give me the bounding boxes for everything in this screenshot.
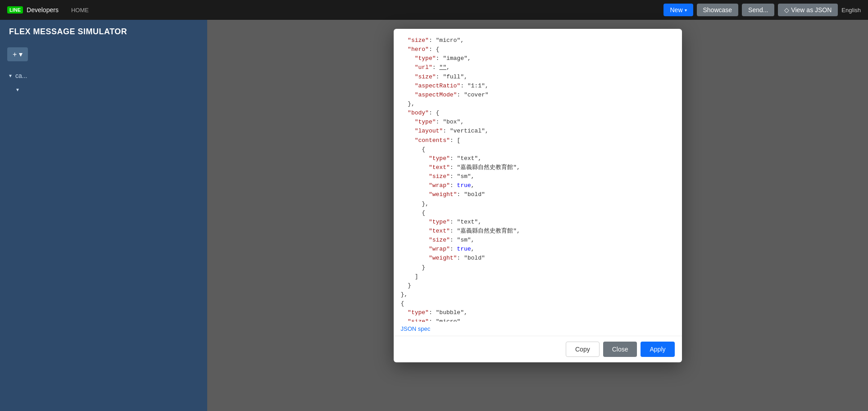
- new-caret-icon: ▾: [685, 8, 687, 13]
- simulator-title: FLEX MESSAGE SIMULATOR: [0, 20, 207, 44]
- json-code-editor[interactable]: "size": "micro", "hero": { "type": "imag…: [394, 29, 682, 322]
- add-button[interactable]: + ▾: [7, 47, 28, 61]
- chevron-down-icon: ▾: [9, 73, 12, 79]
- copy-button[interactable]: Copy: [566, 342, 600, 357]
- sidebar-item-label: ca...: [15, 72, 27, 79]
- modal-footer: Copy Close Apply: [394, 336, 682, 362]
- sidebar-content: ▾ ca... ▾: [0, 65, 207, 100]
- json-code-content: "size": "micro", "hero": { "type": "imag…: [401, 36, 675, 322]
- modal-overlay: "size": "micro", "hero": { "type": "imag…: [207, 20, 868, 411]
- navbar-right: New ▾ Showcase Send... ◇ View as JSON En…: [663, 4, 861, 16]
- line-logo: LINE: [7, 6, 23, 14]
- sidebar: FLEX MESSAGE SIMULATOR + ▾ ▾ ca... ▾: [0, 20, 207, 411]
- content-area: "size": "micro", "hero": { "type": "imag…: [207, 20, 868, 411]
- language-selector[interactable]: English: [841, 7, 861, 14]
- view-as-json-button[interactable]: ◇ View as JSON: [778, 4, 838, 16]
- navbar: LINE Developers HOME New ▾ Showcase Send…: [0, 0, 868, 20]
- new-button[interactable]: New ▾: [663, 4, 693, 16]
- close-button[interactable]: Close: [603, 342, 637, 357]
- developers-label: Developers: [27, 6, 59, 14]
- brand: LINE Developers HOME: [7, 6, 89, 14]
- modal-body: "size": "micro", "hero": { "type": "imag…: [394, 29, 682, 336]
- json-spec-link[interactable]: JSON spec: [394, 322, 682, 336]
- sidebar-item-ca[interactable]: ▾ ca...: [0, 68, 207, 83]
- sidebar-toolbar: + ▾: [0, 44, 207, 65]
- json-editor-modal: "size": "micro", "hero": { "type": "imag…: [394, 29, 682, 362]
- home-link[interactable]: HOME: [71, 7, 89, 14]
- main-area: FLEX MESSAGE SIMULATOR + ▾ ▾ ca... ▾ "si…: [0, 20, 868, 411]
- showcase-button[interactable]: Showcase: [697, 4, 739, 16]
- sidebar-sub-item: ▾: [0, 83, 207, 96]
- new-label: New: [670, 6, 682, 14]
- chevron-down-icon-sub: ▾: [16, 87, 19, 93]
- apply-button[interactable]: Apply: [641, 342, 674, 357]
- send-button[interactable]: Send...: [742, 4, 774, 16]
